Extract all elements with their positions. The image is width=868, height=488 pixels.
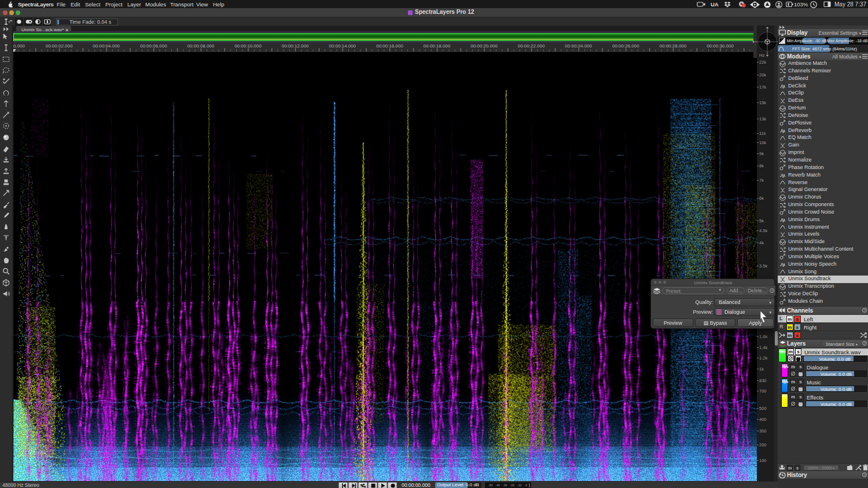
svg-text:-10: -10 <box>517 483 521 486</box>
svg-text:-20: -20 <box>510 483 514 486</box>
svg-text:-0: -0 <box>525 483 528 486</box>
svg-text:-30: -30 <box>503 483 507 486</box>
svg-text:-40: -40 <box>496 483 500 486</box>
svg-text:-50: -50 <box>488 483 492 486</box>
